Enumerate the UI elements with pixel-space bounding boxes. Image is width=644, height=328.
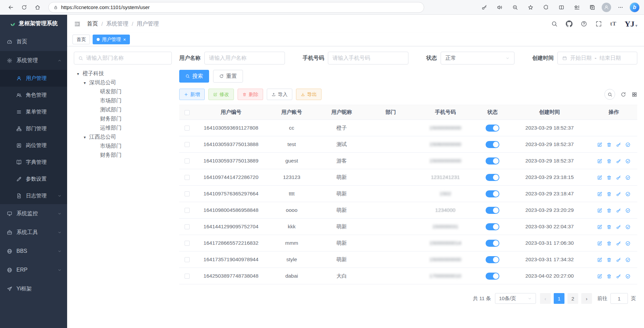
github-icon[interactable] [566,20,573,27]
tab-0[interactable]: 首页 [72,35,90,44]
delete-action-icon[interactable] [606,175,612,180]
caret-down-icon[interactable]: ▾ [83,81,87,85]
row-checkbox[interactable] [185,142,190,147]
reset-password-action-icon[interactable] [616,208,621,213]
assign-role-action-icon[interactable] [625,241,631,246]
tab-1[interactable]: 用户管理× [93,35,130,44]
tree-node[interactable]: 财务部门 [74,114,172,124]
reset-button[interactable]: 重置 [213,70,243,83]
page-size-select[interactable]: 10条/页 [495,293,536,304]
reset-password-action-icon[interactable] [616,257,621,263]
sidebar-item-2[interactable]: 用户管理 [0,70,67,87]
address-bar[interactable]: https://ccnetcore.com:1101/system/user [48,2,424,13]
username-input[interactable]: 请输入用户名称 [204,52,285,64]
sidebar-item-7[interactable]: 字典管理 [0,154,67,171]
tree-node[interactable]: ▾江西总公司 [74,133,172,142]
favorites-bar-icon[interactable] [571,2,583,13]
sidebar-item-5[interactable]: 部门管理 [0,120,67,137]
row-checkbox[interactable] [185,274,190,279]
sidebar-item-4[interactable]: 菜单管理 [0,103,67,120]
user-avatar[interactable]: YJ ▾ [625,19,637,29]
delete-action-icon[interactable] [606,158,612,164]
edit-action-icon[interactable] [597,175,602,180]
sidebar-item-11[interactable]: 系统工具 [0,223,67,242]
status-toggle[interactable] [486,141,499,148]
read-aloud-icon[interactable] [494,2,506,13]
close-icon[interactable]: × [123,37,126,42]
refresh-table-icon[interactable] [621,92,626,97]
font-size-icon[interactable]: tT [610,20,616,27]
edit-action-icon[interactable] [597,142,602,147]
edit-action-icon[interactable] [597,241,602,246]
status-toggle[interactable] [486,125,499,132]
page-button-1[interactable]: 1 [554,293,564,304]
edit-action-icon[interactable] [597,158,602,164]
tree-node[interactable]: 市场部门 [74,142,172,151]
assign-role-action-icon[interactable] [625,158,631,164]
status-toggle[interactable] [486,207,499,214]
status-toggle[interactable] [486,157,499,165]
delete-action-icon[interactable] [606,191,612,197]
sidebar-item-13[interactable]: ERP [0,261,67,279]
sidebar-item-6[interactable]: 岗位管理 [0,137,67,154]
sidebar-item-1[interactable]: 系统管理 [0,51,67,70]
page-button-2[interactable]: 2 [567,293,578,304]
toggle-search-icon[interactable] [604,89,615,100]
delete-action-icon[interactable] [606,224,612,230]
help-icon[interactable] [581,20,587,27]
tree-node[interactable]: ▾深圳总公司 [74,78,172,87]
edit-action-icon[interactable] [597,208,602,213]
assign-role-action-icon[interactable] [625,274,631,279]
date-range-picker[interactable]: 开始日期 - 结束日期 [557,52,637,64]
delete-action-icon[interactable] [606,208,612,213]
row-checkbox[interactable] [185,241,190,246]
favorites-star-icon[interactable] [525,2,537,13]
assign-role-action-icon[interactable] [625,191,631,197]
sidebar-item-3[interactable]: 角色管理 [0,87,67,103]
dept-search-input[interactable]: 请输入部门名称 [74,52,172,64]
delete-action-icon[interactable] [606,241,612,246]
caret-down-icon[interactable]: ▾ [83,135,87,140]
zoom-out-icon[interactable] [509,2,521,13]
split-screen-icon[interactable] [555,2,567,13]
column-settings-icon[interactable] [632,92,637,97]
select-all-checkbox[interactable] [185,110,190,115]
row-checkbox[interactable] [185,175,190,180]
breadcrumb-item-1[interactable]: 系统管理 [106,20,129,28]
tree-node[interactable]: 财务部门 [74,151,172,160]
tree-node[interactable]: 测试部门 [74,105,172,114]
delete-button[interactable]: 删除 [238,89,263,100]
search-button[interactable]: 搜索 [179,70,209,83]
edit-action-icon[interactable] [597,191,602,197]
sidebar-collapse-icon[interactable] [74,20,81,28]
reset-password-action-icon[interactable] [616,274,621,279]
status-toggle[interactable] [486,174,499,181]
row-checkbox[interactable] [185,191,190,196]
add-button[interactable]: 新增 [179,89,205,100]
row-checkbox[interactable] [185,126,190,131]
sidebar-item-0[interactable]: 首页 [0,32,67,51]
delete-action-icon[interactable] [606,142,612,147]
prev-page-button[interactable]: ‹ [540,293,551,304]
status-toggle[interactable] [486,273,499,280]
assign-role-action-icon[interactable] [625,142,631,147]
status-toggle[interactable] [486,223,499,230]
sidebar-item-10[interactable]: 系统监控 [0,204,67,223]
profile-avatar[interactable] [602,3,611,12]
assign-role-action-icon[interactable] [625,224,631,230]
next-page-button[interactable]: › [581,293,592,304]
assign-role-action-icon[interactable] [625,208,631,213]
edit-action-icon[interactable] [597,224,602,230]
more-menu-icon[interactable] [614,2,627,13]
row-checkbox[interactable] [185,158,190,163]
assign-role-action-icon[interactable] [625,175,631,180]
row-checkbox[interactable] [185,208,190,213]
tree-node[interactable]: 运维部门 [74,124,172,133]
sidebar-item-9[interactable]: 日志管理 [0,187,67,204]
reset-password-action-icon[interactable] [616,241,621,246]
sidebar-item-12[interactable]: BBS [0,242,67,261]
reset-password-action-icon[interactable] [616,224,621,230]
status-toggle[interactable] [486,256,499,263]
goto-page-input[interactable] [610,293,628,304]
tree-node[interactable]: 市场部门 [74,96,172,105]
